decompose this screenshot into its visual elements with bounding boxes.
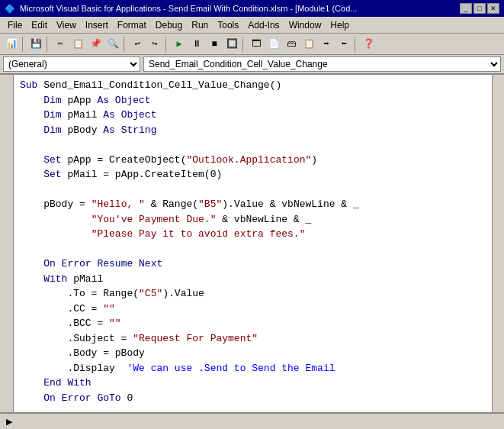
status-left: ▶ — [6, 417, 15, 427]
menu-format[interactable]: Format — [113, 18, 151, 32]
menu-file[interactable]: File — [3, 18, 27, 32]
menu-run[interactable]: Run — [187, 18, 213, 32]
menu-window[interactable]: Window — [284, 18, 326, 32]
general-dropdown[interactable]: (General) — [3, 56, 140, 72]
paste-icon[interactable]: 📌 — [87, 36, 104, 53]
minimize-button[interactable]: _ — [460, 3, 472, 14]
status-bar: ▶ — [0, 412, 504, 429]
toolbar-sep-2 — [47, 37, 50, 52]
menu-view[interactable]: View — [52, 18, 81, 32]
undo-icon[interactable]: ↩ — [129, 36, 146, 53]
menu-tools[interactable]: Tools — [213, 18, 243, 32]
run-icon[interactable]: ▶ — [171, 36, 188, 53]
help-icon[interactable]: ❓ — [360, 36, 377, 53]
procedure-dropdown[interactable]: Send_Email_Condition_Cell_Value_Change — [143, 56, 501, 72]
design-icon[interactable]: 🔲 — [223, 36, 240, 53]
dropdown-bar: (General) Send_Email_Condition_Cell_Valu… — [0, 55, 504, 75]
menu-bar: File Edit View Insert Format Debug Run T… — [0, 17, 504, 34]
cut-icon[interactable]: ✂ — [52, 36, 69, 53]
toolbar-sep-4 — [165, 37, 169, 52]
redo-icon[interactable]: ↪ — [146, 36, 163, 53]
status-icon: ▶ — [6, 417, 12, 427]
menu-insert[interactable]: Insert — [81, 18, 113, 32]
menu-debug[interactable]: Debug — [151, 18, 187, 32]
menu-help[interactable]: Help — [326, 18, 354, 32]
title-bar: 🔷 Microsoft Visual Basic for Application… — [0, 0, 504, 17]
props-icon[interactable]: 📋 — [300, 36, 317, 53]
pause-icon[interactable]: ⏸ — [188, 36, 205, 53]
save-icon[interactable]: 💾 — [27, 36, 44, 53]
toolbar-sep-5 — [242, 37, 246, 52]
outdent-icon[interactable]: ⬅ — [335, 36, 352, 53]
find-icon[interactable]: 🔍 — [104, 36, 121, 53]
menu-addins[interactable]: Add-Ins — [243, 18, 284, 32]
close-button[interactable]: ✕ — [487, 3, 499, 14]
code-editor[interactable]: Sub Send_Email_Condition_Cell_Value_Chan… — [14, 75, 492, 412]
excel-icon[interactable]: 📊 — [3, 36, 20, 53]
title-bar-left: 🔷 Microsoft Visual Basic for Application… — [5, 4, 357, 14]
indent-icon[interactable]: ➡ — [318, 36, 335, 53]
left-margin — [0, 75, 14, 412]
stop-icon[interactable]: ■ — [206, 36, 223, 53]
module-icon[interactable]: 📄 — [265, 36, 282, 53]
scrollbar-right[interactable] — [492, 75, 504, 412]
restore-button[interactable]: □ — [474, 3, 486, 14]
toolbar-sep-6 — [355, 37, 358, 52]
title-text: Microsoft Visual Basic for Applications … — [20, 4, 357, 13]
class-icon[interactable]: 🗃 — [283, 36, 300, 53]
title-bar-controls[interactable]: _ □ ✕ — [460, 3, 499, 14]
menu-edit[interactable]: Edit — [27, 18, 52, 32]
copy-icon[interactable]: 📋 — [69, 36, 86, 53]
toolbar: 📊 💾 ✂ 📋 📌 🔍 ↩ ↪ ▶ ⏸ ■ 🔲 🗔 📄 🗃 📋 ➡ ⬅ ❓ — [0, 34, 504, 55]
app-icon: 🔷 — [5, 4, 15, 14]
toolbar-sep-3 — [124, 37, 127, 52]
userform-icon[interactable]: 🗔 — [248, 36, 265, 53]
toolbar-sep-1 — [22, 37, 25, 52]
code-container: Sub Send_Email_Condition_Cell_Value_Chan… — [0, 75, 504, 412]
